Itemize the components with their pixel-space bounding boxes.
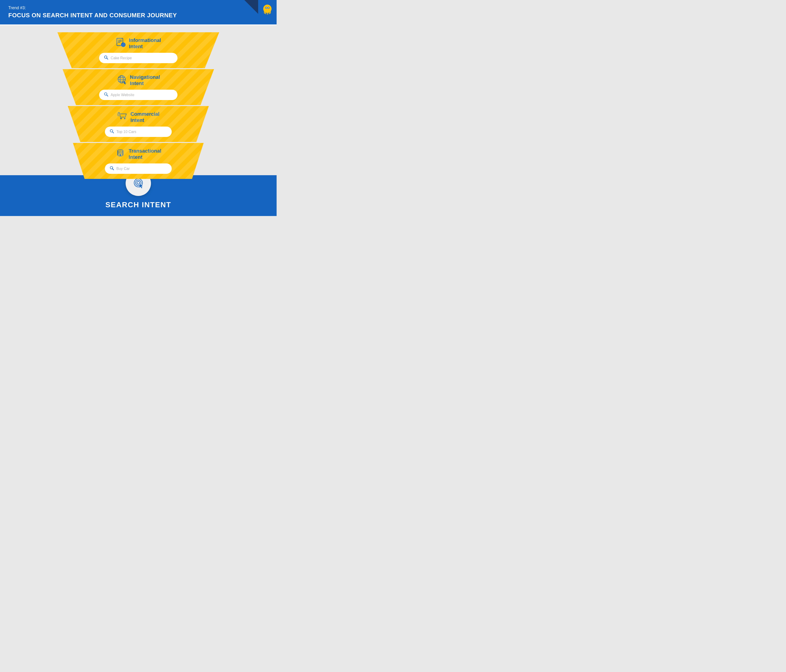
trend-label: Trend #3:: [8, 6, 268, 10]
funnel-section-commercial: Commercial Intent Top 10 Cars: [60, 106, 217, 142]
svg-point-4: [266, 7, 267, 8]
navigational-search-bar: Apple Website: [99, 90, 178, 100]
logo: [261, 2, 274, 16]
bottom-title: SEARCH INTENT: [105, 201, 171, 209]
navigational-search-text: Apple Website: [111, 93, 134, 97]
search-icon-transactional: [110, 166, 114, 172]
globe-icon: [116, 74, 127, 87]
svg-point-37: [137, 181, 140, 184]
header-title: FOCUS ON SEARCH INTENT AND CONSUMER JOUR…: [8, 12, 268, 19]
header: Trend #3: FOCUS ON SEARCH INTENT AND CON…: [0, 0, 277, 24]
svg-point-1: [264, 5, 270, 11]
transactional-search-bar: Buy Car: [105, 164, 172, 174]
svg-line-20: [107, 95, 108, 96]
cart-icon: [117, 111, 127, 123]
svg-line-13: [107, 58, 108, 60]
section-header-informational: i Informational Intent: [115, 37, 161, 50]
commercial-search-text: Top 10 Cars: [116, 130, 136, 134]
informational-intent-label: Informational Intent: [129, 37, 161, 50]
section-header-commercial: Commercial Intent: [117, 111, 159, 123]
commercial-intent-label: Commercial Intent: [130, 111, 159, 123]
info-icon: i: [115, 37, 126, 50]
funnel-section-informational: i Informational Intent Cake Recipe: [49, 32, 228, 68]
svg-point-22: [124, 118, 126, 119]
header-divider: [0, 24, 277, 25]
informational-search-text: Cake Recipe: [111, 56, 132, 60]
funnel-container: i Informational Intent Cake Recipe: [0, 32, 277, 180]
search-icon-informational: [104, 55, 108, 61]
section-header-transactional: $ Transactional Intent: [115, 148, 161, 160]
commercial-search-bar: Top 10 Cars: [105, 127, 172, 137]
informational-search-bar: Cake Recipe: [99, 53, 178, 63]
search-icon-commercial: [110, 129, 114, 135]
navigational-intent-label: Navigational Intent: [130, 74, 160, 87]
section-header-navigational: Navigational Intent: [116, 74, 160, 87]
coins-icon: $: [115, 148, 126, 160]
svg-point-5: [268, 7, 269, 8]
svg-text:$: $: [120, 154, 121, 156]
bottom-section: SEARCH INTENT: [0, 175, 277, 216]
funnel-section-transactional: $ Transactional Intent Buy Car: [66, 143, 211, 179]
svg-line-27: [113, 132, 114, 133]
transactional-intent-label: Transactional Intent: [129, 148, 161, 160]
transactional-search-text: Buy Car: [116, 167, 130, 171]
funnel-section-navigational: Navigational Intent Apple Website: [54, 69, 222, 105]
main-content: i Informational Intent Cake Recipe: [0, 25, 277, 216]
search-icon-navigational: [104, 92, 108, 98]
svg-point-21: [120, 118, 122, 119]
svg-text:i: i: [123, 43, 124, 47]
svg-line-34: [113, 169, 114, 170]
